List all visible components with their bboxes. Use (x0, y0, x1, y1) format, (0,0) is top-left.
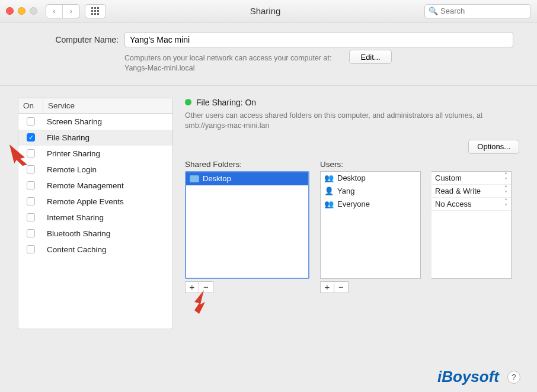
svg-rect-7 (94, 13, 96, 15)
services-table: On Service Screen Sharing✓File SharingPr… (18, 98, 173, 329)
service-label: Remote Apple Events (43, 197, 124, 206)
show-all-button[interactable] (85, 4, 106, 18)
back-button[interactable]: ‹ (46, 5, 63, 18)
nav-segment: ‹ › (46, 4, 80, 18)
user-item[interactable]: 👥Desktop (321, 172, 420, 185)
chevron-updown-icon: ˄˅ (504, 172, 507, 183)
user-label: Yang (337, 187, 354, 195)
service-row[interactable]: Printer Sharing (18, 146, 172, 162)
service-row[interactable]: Content Caching (18, 242, 172, 258)
service-status: File Sharing: On (185, 98, 519, 107)
group-icon: 👥 (324, 173, 334, 182)
svg-rect-0 (91, 7, 93, 9)
users-list[interactable]: 👥Desktop👤Yang👥Everyone (320, 171, 421, 279)
group-icon: 👥 (324, 200, 334, 208)
permission-item[interactable]: No Access˄˅ (431, 198, 511, 211)
folder-icon (190, 175, 199, 182)
service-label: Remote Login (43, 165, 97, 174)
user-label: Everyone (337, 200, 370, 208)
edit-button[interactable]: Edit... (349, 50, 391, 64)
svg-rect-3 (91, 10, 93, 12)
service-label: Bluetooth Sharing (43, 229, 110, 238)
add-user-button[interactable]: + (320, 281, 334, 293)
service-checkbox[interactable] (27, 245, 35, 253)
shared-folders-list[interactable]: Desktop (185, 171, 309, 279)
remove-user-button[interactable]: − (334, 281, 349, 293)
svg-rect-1 (94, 7, 96, 9)
permission-label: Custom (435, 173, 462, 182)
service-checkbox[interactable] (27, 165, 35, 173)
svg-rect-6 (91, 13, 93, 15)
search-input[interactable] (424, 4, 531, 18)
chevron-updown-icon: ˄˅ (504, 198, 507, 209)
users-header: Users: (320, 160, 421, 169)
status-description: Other users can access shared folders on… (185, 111, 493, 131)
computer-name-label: Computer Name: (24, 35, 119, 44)
brand-logo: iBoysoft (437, 368, 499, 386)
options-button[interactable]: Options... (468, 140, 519, 154)
window-title: Sharing (111, 6, 420, 16)
svg-rect-8 (97, 13, 99, 15)
folder-label: Desktop (203, 174, 231, 183)
svg-rect-2 (97, 7, 99, 9)
forward-button[interactable]: › (63, 5, 79, 18)
col-service[interactable]: Service (43, 98, 79, 113)
permissions-list[interactable]: Custom˄˅Read & Write˄˅No Access˄˅ (431, 171, 512, 279)
service-checkbox[interactable] (27, 149, 35, 158)
service-checkbox[interactable]: ✓ (27, 133, 35, 142)
service-label: Printer Sharing (43, 149, 100, 158)
search-icon: 🔍 (429, 7, 438, 15)
user-item[interactable]: 👥Everyone (321, 198, 420, 211)
service-label: Content Caching (43, 245, 107, 254)
minimize-icon[interactable] (18, 7, 25, 15)
service-row[interactable]: Bluetooth Sharing (18, 226, 172, 242)
titlebar: ‹ › Sharing 🔍 (0, 0, 537, 23)
window-controls (6, 7, 37, 15)
service-row[interactable]: Remote Apple Events (18, 194, 172, 210)
help-button[interactable]: ? (507, 371, 520, 384)
col-on[interactable]: On (18, 98, 43, 113)
service-checkbox[interactable] (27, 213, 35, 221)
service-label: Screen Sharing (43, 117, 102, 126)
service-row[interactable]: Screen Sharing (18, 114, 172, 130)
service-checkbox[interactable] (27, 181, 35, 189)
service-checkbox[interactable] (27, 117, 35, 126)
user-item[interactable]: 👤Yang (321, 185, 420, 198)
svg-rect-4 (94, 10, 96, 12)
service-checkbox[interactable] (27, 229, 35, 237)
header-area: Computer Name: Computers on your local n… (0, 23, 537, 86)
service-label: Internet Sharing (43, 213, 104, 222)
permission-item[interactable]: Custom˄˅ (431, 172, 511, 185)
service-row[interactable]: Remote Management (18, 178, 172, 194)
permission-label: Read & Write (435, 187, 481, 195)
service-checkbox[interactable] (27, 197, 35, 205)
service-row[interactable]: ✓File Sharing (18, 130, 172, 146)
remove-folder-button[interactable]: − (199, 281, 213, 293)
add-folder-button[interactable]: + (185, 281, 199, 293)
service-label: File Sharing (43, 133, 90, 142)
permission-label: No Access (435, 200, 471, 208)
grid-icon (91, 7, 100, 15)
svg-rect-5 (97, 10, 99, 12)
status-led-icon (185, 99, 191, 105)
zoom-icon[interactable] (30, 7, 37, 15)
search-field[interactable]: 🔍 (424, 4, 531, 18)
service-row[interactable]: Remote Login (18, 162, 172, 178)
permission-item[interactable]: Read & Write˄˅ (431, 185, 511, 198)
folder-item[interactable]: Desktop (186, 172, 308, 185)
close-icon[interactable] (6, 7, 14, 15)
chevron-updown-icon: ˄˅ (504, 185, 507, 196)
shared-folders-header: Shared Folders: (185, 160, 309, 169)
status-title: File Sharing: On (196, 98, 256, 107)
service-label: Remote Management (43, 181, 124, 190)
computer-name-hint: Computers on your local network can acce… (124, 53, 331, 73)
user-icon: 👤 (324, 187, 334, 195)
service-row[interactable]: Internet Sharing (18, 210, 172, 226)
user-label: Desktop (337, 173, 366, 182)
computer-name-input[interactable] (124, 32, 513, 47)
